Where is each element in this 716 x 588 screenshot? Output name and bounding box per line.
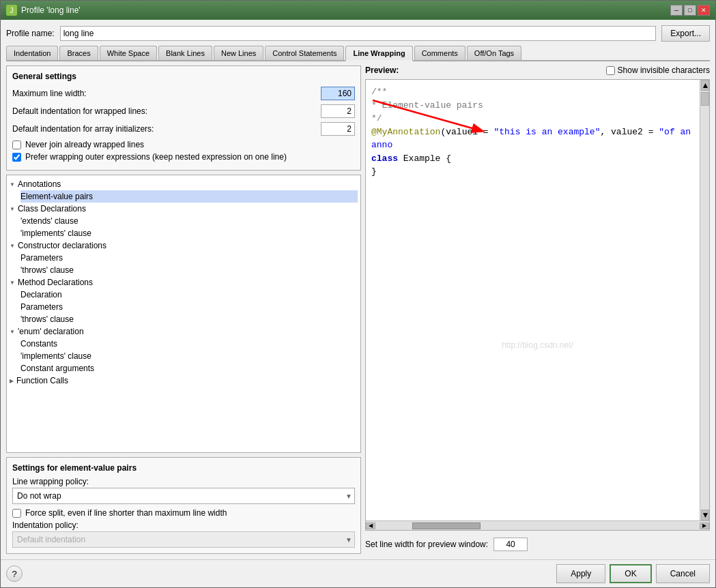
tab-white-space[interactable]: White Space xyxy=(100,46,157,60)
constructor-declarations-label: Constructor declarations xyxy=(18,241,106,250)
tree-constructor-throws[interactable]: 'throws' clause xyxy=(20,264,358,276)
profile-label: Profile name: xyxy=(6,29,55,38)
force-split-label: Force split, even if line shorter than m… xyxy=(25,508,227,518)
tree-method-declarations-parent[interactable]: ▼ Method Declarations xyxy=(10,276,358,289)
tab-line-wrapping[interactable]: Line Wrapping xyxy=(345,46,412,61)
tree-constants[interactable]: Constants xyxy=(20,338,358,350)
method-declarations-label: Method Declarations xyxy=(18,278,93,287)
tree-function-calls-parent[interactable]: ▶ Function Calls xyxy=(10,374,358,387)
preview-vscrollbar[interactable]: ▲ ▼ xyxy=(700,80,709,520)
class-declarations-label: Class Declarations xyxy=(18,204,86,214)
annotations-label: Annotations xyxy=(18,179,61,189)
prefer-wrapping-row: Prefer wrapping outer expressions (keep … xyxy=(12,152,355,162)
enum-declaration-children: Constants 'implements' clause Constant a… xyxy=(10,338,358,374)
general-settings-title: General settings xyxy=(12,72,355,81)
indentation-policy-label: Indentation policy: xyxy=(12,520,355,530)
never-join-checkbox[interactable] xyxy=(12,141,21,149)
line-width-label: Set line width for preview window: xyxy=(365,540,488,549)
tree-constant-arguments[interactable]: Constant arguments xyxy=(20,362,358,374)
hscroll-track[interactable] xyxy=(385,523,690,529)
line-width-row: Set line width for preview window: xyxy=(365,535,710,554)
annotations-children: Element-value pairs xyxy=(10,190,358,203)
code-line-2: * Element-value pairs xyxy=(371,99,704,113)
default-indent-wrapped-input[interactable] xyxy=(321,104,355,118)
code-line-4: @MyAnnotation(value1 = "this is an examp… xyxy=(371,126,704,152)
tree-annotations-parent[interactable]: ▼ Annotations xyxy=(10,178,358,190)
preview-title: Preview: xyxy=(365,65,399,75)
method-declarations-children: Declaration Parameters 'throws' clause xyxy=(10,289,358,325)
tab-comments[interactable]: Comments xyxy=(414,46,466,60)
preview-scroll[interactable]: /** * Element-value pairs */ @MyAnnotati… xyxy=(366,80,709,520)
show-invisible-label: Show invisible characters xyxy=(618,65,710,75)
tree-method-throws[interactable]: 'throws' clause xyxy=(20,313,358,325)
force-split-checkbox[interactable] xyxy=(12,509,21,518)
element-value-pairs-label: Element-value pairs xyxy=(20,192,93,201)
tree-enum-declaration-parent[interactable]: ▼ 'enum' declaration xyxy=(10,325,358,338)
tree-scroll[interactable]: ▼ Annotations Element-value pairs ▼ Clas… xyxy=(7,175,360,452)
preview-header: Preview: Show invisible characters xyxy=(365,65,710,75)
tree-constructor-parameters[interactable]: Parameters xyxy=(20,252,358,264)
profile-name-input[interactable] xyxy=(60,26,657,41)
class-declarations-expand-icon: ▼ xyxy=(10,206,15,212)
show-invisible-checkbox[interactable] xyxy=(606,66,615,75)
never-join-row: Never join already wrapped lines xyxy=(12,140,355,149)
line-wrapping-select[interactable]: Do not wrap Wrap where necessary Wrap al… xyxy=(12,488,355,504)
window-content: Profile name: Export... Indentation Brac… xyxy=(1,20,715,559)
line-width-input[interactable] xyxy=(493,538,528,551)
apply-button[interactable]: Apply xyxy=(556,564,605,583)
line-wrapping-select-wrapper: Do not wrap Wrap where necessary Wrap al… xyxy=(12,488,355,504)
tree-implements-clause[interactable]: 'implements' clause xyxy=(20,227,358,239)
tab-off-on-tags[interactable]: Off/On Tags xyxy=(467,46,521,60)
tab-blank-lines[interactable]: Blank Lines xyxy=(158,46,212,60)
tree-class-declarations-parent[interactable]: ▼ Class Declarations xyxy=(10,203,358,215)
never-join-label: Never join already wrapped lines xyxy=(25,140,144,149)
tree-extends-clause[interactable]: 'extends' clause xyxy=(20,215,358,227)
tab-braces[interactable]: Braces xyxy=(59,46,98,60)
tab-indentation[interactable]: Indentation xyxy=(6,46,58,60)
export-button[interactable]: Export... xyxy=(661,25,710,42)
main-window: J Profile 'long line' ─ □ ✕ Profile name… xyxy=(0,0,716,588)
method-declarations-expand-icon: ▼ xyxy=(10,280,15,286)
preview-area: ▲ ▼ /** xyxy=(365,79,710,531)
code-line-3: */ xyxy=(371,112,704,126)
minimize-button[interactable]: ─ xyxy=(670,5,683,16)
ok-button[interactable]: OK xyxy=(610,564,651,583)
maximize-button[interactable]: □ xyxy=(684,5,696,16)
bottom-settings: Settings for element-value pairs Line wr… xyxy=(6,457,361,554)
tree-constructor-declarations-parent[interactable]: ▼ Constructor declarations xyxy=(10,239,358,252)
code-line-6: } xyxy=(371,165,704,179)
code-line-1: /** xyxy=(371,85,704,99)
cancel-button[interactable]: Cancel xyxy=(656,564,710,583)
left-panel: General settings Maximum line width: Def… xyxy=(6,65,361,554)
close-button[interactable]: ✕ xyxy=(698,5,710,16)
default-indent-array-row: Default indentation for array initialize… xyxy=(12,122,355,136)
tree-box: ▼ Annotations Element-value pairs ▼ Clas… xyxy=(6,175,361,453)
tab-bar: Indentation Braces White Space Blank Lin… xyxy=(6,46,710,61)
indentation-select[interactable]: Default indentation Indent on column For… xyxy=(12,531,355,548)
tree-element-value-pairs[interactable]: Element-value pairs xyxy=(20,190,358,203)
indentation-select-wrapper: Default indentation Indent on column For… xyxy=(12,531,355,548)
max-line-width-input[interactable] xyxy=(321,87,355,100)
tab-control-statements[interactable]: Control Statements xyxy=(265,46,344,60)
preview-hscrollbar[interactable]: ◀ ▶ xyxy=(366,520,709,530)
title-bar: J Profile 'long line' ─ □ ✕ xyxy=(1,1,715,20)
bottom-settings-title: Settings for element-value pairs xyxy=(12,463,355,473)
right-panel: Preview: Show invisible characters ▲ ▼ xyxy=(365,65,710,554)
tree-method-declaration[interactable]: Declaration xyxy=(20,289,358,301)
tree-enum-implements[interactable]: 'implements' clause xyxy=(20,350,358,362)
prefer-wrapping-label: Prefer wrapping outer expressions (keep … xyxy=(25,152,287,162)
max-line-width-row: Maximum line width: xyxy=(12,87,355,100)
prefer-wrapping-checkbox[interactable] xyxy=(12,153,21,162)
default-indent-wrapped-label: Default indentation for wrapped lines: xyxy=(12,106,321,116)
help-button[interactable]: ? xyxy=(6,565,23,582)
function-calls-expand-icon: ▶ xyxy=(10,378,14,384)
class-declarations-children: 'extends' clause 'implements' clause xyxy=(10,215,358,239)
force-split-row: Force split, even if line shorter than m… xyxy=(12,508,355,518)
watermark: http://blog.csdn.net/ xyxy=(502,340,573,350)
tab-new-lines[interactable]: New Lines xyxy=(214,46,263,60)
default-indent-array-input[interactable] xyxy=(321,122,355,136)
hscroll-thumb[interactable] xyxy=(412,523,481,529)
show-invisible-row: Show invisible characters xyxy=(606,65,710,75)
enum-declaration-expand-icon: ▼ xyxy=(10,329,15,335)
tree-method-parameters[interactable]: Parameters xyxy=(20,301,358,313)
